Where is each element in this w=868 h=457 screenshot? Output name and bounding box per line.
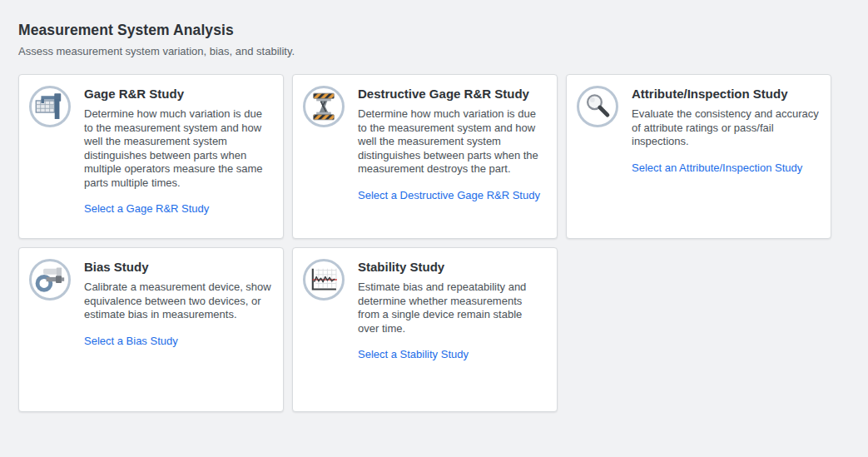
card-description: Determine how much variation is due to t…	[84, 107, 271, 190]
card-title: Stability Study	[358, 260, 545, 274]
card-stability-study: Stability Study Estimate bias and repeat…	[292, 247, 558, 412]
measurement-system-analysis-page: Measurement System Analysis Assess measu…	[0, 0, 868, 412]
page-title: Measurement System Analysis	[18, 22, 850, 39]
card-description: Determine how much variation is due to t…	[358, 107, 545, 176]
card-attribute-inspection-study: Attribute/Inspection Study Evaluate the …	[566, 74, 831, 239]
card-description: Estimate bias and repeatability and dete…	[358, 281, 545, 335]
study-card-grid: Gage R&R Study Determine how much variat…	[18, 74, 850, 412]
card-title: Bias Study	[84, 260, 271, 274]
micrometer-icon	[29, 259, 71, 301]
card-title: Gage R&R Study	[84, 87, 271, 101]
run-chart-icon	[303, 259, 345, 301]
select-bias-study-link[interactable]: Select a Bias Study	[84, 335, 178, 347]
magnifier-icon	[577, 86, 618, 127]
select-gage-rr-study-link[interactable]: Select a Gage R&R Study	[84, 202, 209, 215]
select-stability-study-link[interactable]: Select a Stability Study	[358, 348, 469, 360]
card-destructive-gage-rr-study: Destructive Gage R&R Study Determine how…	[292, 74, 558, 239]
card-gage-rr-study: Gage R&R Study Determine how much variat…	[18, 74, 284, 239]
card-title: Destructive Gage R&R Study	[358, 87, 545, 101]
card-description: Calibrate a measurement device, show equ…	[84, 281, 271, 322]
select-destructive-gage-rr-study-link[interactable]: Select a Destructive Gage R&R Study	[358, 189, 540, 201]
select-attribute-inspection-study-link[interactable]: Select an Attribute/Inspection Study	[632, 161, 802, 174]
card-bias-study: Bias Study Calibrate a measurement devic…	[18, 247, 284, 412]
page-subtitle: Assess measurement system variation, bia…	[18, 45, 850, 57]
destructive-test-icon	[303, 86, 345, 127]
card-description: Evaluate the consistency and accuracy of…	[632, 107, 819, 149]
card-title: Attribute/Inspection Study	[632, 87, 819, 101]
caliper-grid-icon	[29, 86, 71, 127]
